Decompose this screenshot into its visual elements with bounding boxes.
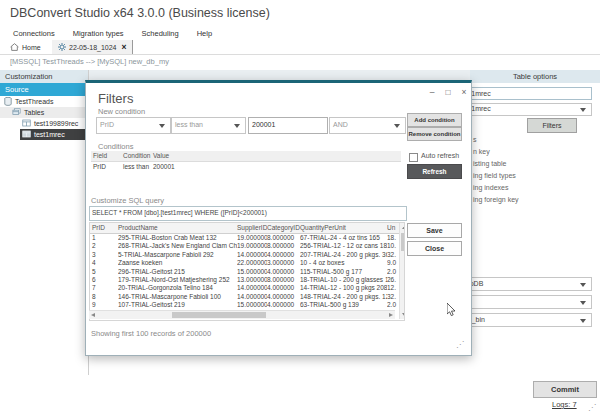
logic-select[interactable]: AND <box>329 117 406 134</box>
tab-session-label: 22-05-18_1024 <box>69 44 117 51</box>
table-row[interactable]: 1295-TRIAL-Boston Crab Meat 13219.000000… <box>90 234 404 242</box>
target-table-name-input[interactable]: test1mrec <box>456 87 592 100</box>
horizontal-scroll-thumb[interactable] <box>172 312 266 318</box>
column-header[interactable]: CategoryID <box>267 223 300 233</box>
table-row[interactable]: PrIDless than200001 <box>91 162 401 172</box>
table-cell: 9.0 <box>387 259 399 267</box>
sidebar-item-source[interactable]: Source <box>0 83 88 96</box>
add-condition-button[interactable]: Add condition <box>407 113 462 127</box>
tree-item-label: Tables <box>24 109 44 116</box>
table-cell: 14.000000 <box>237 284 267 292</box>
save-button[interactable]: Save <box>407 223 462 238</box>
vertical-scroll-thumb[interactable] <box>401 233 405 251</box>
tab-close-icon[interactable]: × <box>122 43 127 51</box>
table-cell: 115-TRIAL-500 g 177 <box>300 268 387 276</box>
sql-label: Customize SQL query <box>91 196 164 205</box>
table-cell: 3 <box>90 251 118 259</box>
column-header[interactable]: Un <box>387 223 399 233</box>
collation-select[interactable]: utf8_bin <box>456 313 592 327</box>
sidebar-header: Customization <box>0 70 88 83</box>
table-row[interactable]: 5296-TRIAL-Geitost 21515.0000004.0000001… <box>90 268 404 276</box>
auto-refresh-checkbox[interactable] <box>409 153 418 162</box>
table-row[interactable]: 720-TRIAL-Gorgonzola Telino 18414.000000… <box>90 284 404 292</box>
menu-scheduling[interactable]: Scheduling <box>133 29 188 38</box>
tree-item-table-1[interactable]: test199899rec <box>0 118 88 129</box>
table-row[interactable]: 9107-TRIAL-Geitost 21915.0000004.0000006… <box>90 301 404 309</box>
scroll-left-icon[interactable] <box>91 313 95 317</box>
table-cell: 14.000000 <box>237 293 267 301</box>
home-icon <box>10 43 19 52</box>
table-cell: 14-TRIAL-12 - 100 g pkgs 208 <box>300 284 387 292</box>
scroll-right-icon[interactable] <box>389 313 393 317</box>
horizontal-scrollbar[interactable] <box>89 310 395 319</box>
tree-item-table-2-row: test1mrec <box>0 129 88 140</box>
close-button[interactable]: Close <box>407 241 462 256</box>
tab-session[interactable]: 22-05-18_1024 × <box>52 40 133 54</box>
maximize-icon[interactable]: □ <box>442 87 454 97</box>
customization-sidebar: Customization Source TestThreads Tables … <box>0 70 89 375</box>
menubar: Connections Migration types Scheduling H… <box>4 27 221 40</box>
option-label-fragment[interactable]: ing foreign key <box>473 196 519 203</box>
table-row[interactable]: 8146-TRIAL-Mascarpone Fabioli 10014.0000… <box>90 293 404 301</box>
dialog-resize-grip[interactable]: ⋰ <box>456 341 464 349</box>
table-cell: 22.000000 <box>237 259 267 267</box>
minimize-icon[interactable]: – <box>426 87 438 97</box>
table-cell: 8.000000 <box>267 234 300 242</box>
menu-help[interactable]: Help <box>188 29 221 38</box>
tree-item-database[interactable]: TestThreads <box>0 96 88 107</box>
option-label-fragment[interactable]: n key <box>473 148 490 155</box>
logs-link[interactable]: Logs: 7 <box>552 400 577 409</box>
record-count-status: Showing first 100 records of 200000 <box>91 329 211 338</box>
charset-select[interactable]: utf8 <box>456 295 592 309</box>
close-icon[interactable]: × <box>458 87 470 97</box>
refresh-button[interactable]: Refresh <box>407 164 462 179</box>
table-row[interactable]: 6179-TRIAL-Nord-Ost Matjeshering 25213.0… <box>90 276 404 284</box>
column-header[interactable]: ProductName <box>118 223 237 233</box>
table-cell: 14.000000 <box>237 251 267 259</box>
option-label-fragment[interactable]: ing indexes <box>473 184 508 191</box>
table-cell: 4.000000 <box>267 268 300 276</box>
table-cell: 9 <box>90 301 118 309</box>
option-label-fragment[interactable]: s <box>473 136 477 143</box>
column-header[interactable]: PrID <box>90 223 118 233</box>
scroll-up-icon[interactable] <box>402 225 405 229</box>
field-select[interactable]: PrID <box>96 117 171 134</box>
engine-select[interactable]: InnoDB <box>456 277 592 291</box>
table-icon <box>22 130 31 139</box>
value-input[interactable]: 200001 <box>248 117 328 134</box>
table-row[interactable]: 4Zaanse koeken22.0000003.00000010 - 4 oz… <box>90 259 404 267</box>
tree-item-tables[interactable]: Tables <box>0 107 88 118</box>
column-header[interactable]: SupplierID <box>237 223 267 233</box>
table-cell: 19.000000 <box>237 234 267 242</box>
tree-item-label: TestThreads <box>15 98 54 105</box>
table-row[interactable]: 2268-TRIAL-Jack's New England Clam Chowd… <box>90 242 404 250</box>
conditions-table-body: PrIDless than200001 <box>91 162 401 172</box>
remove-condition-button[interactable]: Remove condition <box>407 127 462 141</box>
tree-item-table-2-selected[interactable]: test1mrec <box>20 129 88 140</box>
scroll-down-icon[interactable] <box>402 313 405 317</box>
target-table-select[interactable]: test1mrec <box>456 103 592 116</box>
tab-home[interactable]: Home <box>4 40 47 54</box>
column-header: Value <box>153 151 223 161</box>
table-cell: 200001 <box>153 162 223 172</box>
vertical-scrollbar[interactable] <box>399 223 405 319</box>
operator-select[interactable]: less than <box>171 117 246 134</box>
menu-connections[interactable]: Connections <box>4 29 64 38</box>
table-cell: less than <box>123 162 153 172</box>
table-cell: 63-TRIAL-500 g 139 <box>300 301 387 309</box>
commit-button[interactable]: Commit <box>533 381 597 398</box>
option-label-fragment[interactable]: ing field types <box>473 172 516 179</box>
conditions-table-header: Field Condition Value <box>91 151 401 162</box>
menu-migration-types[interactable]: Migration types <box>64 29 133 38</box>
sql-query-input[interactable]: SELECT * FROM [dbo].[test1mrec] WHERE ([… <box>89 206 407 221</box>
table-cell: 207-TRIAL-24 - 200 g pkgs. 36 <box>300 251 387 259</box>
table-row[interactable]: 35-TRIAL-Mascarpone Fabioli 29214.000000… <box>90 251 404 259</box>
conditions-label: Conditions <box>98 142 133 151</box>
filters-button[interactable]: Filters <box>527 118 577 133</box>
auto-refresh-label: Auto refresh <box>421 152 459 159</box>
table-cell: 67-TRIAL-24 - 4 oz tins 165 <box>300 234 387 242</box>
window-resize-grip[interactable]: ⋰ <box>588 404 596 412</box>
option-label-fragment[interactable]: isting table <box>473 160 506 167</box>
table-cell: 4.000000 <box>267 293 300 301</box>
column-header[interactable]: QuantityPerUnit <box>300 223 387 233</box>
